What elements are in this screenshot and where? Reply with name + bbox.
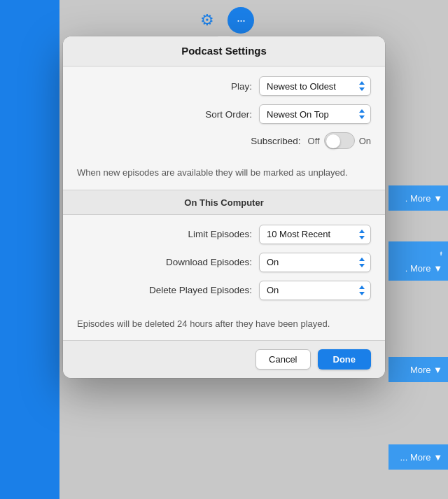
toggle-track: [324, 132, 355, 149]
sidebar-item-3-label: . More ▼: [405, 263, 442, 274]
delete-select[interactable]: On Off After 24 Hours: [259, 281, 371, 300]
subscribed-off-label: Off: [308, 136, 320, 146]
dialog-header: Podcast Settings: [63, 36, 385, 66]
section-play: Play: Newest to Oldest Oldest to Newest …: [63, 66, 385, 159]
subscribed-toggle[interactable]: [324, 132, 355, 149]
download-select[interactable]: On Off: [259, 253, 371, 272]
section-2-title: On This Computer: [184, 197, 263, 208]
limit-select[interactable]: 10 Most Recent 5 Most Recent 20 Most Rec…: [259, 225, 371, 244]
subscribed-toggle-group: Off On: [308, 132, 371, 149]
subscribed-on-label: On: [359, 136, 371, 146]
sidebar-item-3[interactable]: . More ▼: [388, 255, 448, 281]
subscribed-row: Subscribed: Off On: [77, 132, 371, 149]
sort-order-row: Sort Order: Newest On Top Oldest On Bott…: [77, 104, 371, 124]
gear-button[interactable]: ⚙: [194, 7, 220, 34]
subscribed-label: Subscribed:: [196, 136, 301, 146]
toggle-thumb: [326, 134, 340, 148]
play-label: Play:: [147, 81, 252, 92]
download-episodes-row: Download Episodes: On Off: [77, 253, 371, 272]
description-1: When new episodes are available they wil…: [63, 159, 385, 190]
more-options-button[interactable]: ···: [227, 7, 254, 34]
sidebar-item-1-label: . More ▼: [405, 193, 442, 204]
delete-label: Delete Played Episodes:: [147, 285, 252, 295]
dialog-footer: Cancel Done: [63, 340, 385, 378]
top-toolbar: ⚙ ···: [194, 7, 254, 34]
sidebar-item-5[interactable]: ... More ▼: [388, 444, 448, 470]
sidebar-item-5-label: ... More ▼: [400, 452, 442, 463]
play-select[interactable]: Newest to Oldest Oldest to Newest: [259, 76, 371, 96]
play-row: Play: Newest to Oldest Oldest to Newest: [77, 76, 371, 96]
sidebar-item-1[interactable]: . More ▼: [388, 185, 448, 211]
sort-label: Sort Order:: [147, 109, 252, 120]
sidebar-item-4[interactable]: More ▼: [388, 357, 448, 382]
sidebar-background: [0, 0, 59, 499]
section-computer: Limit Episodes: 10 Most Recent 5 Most Re…: [63, 215, 385, 310]
dialog-title: Podcast Settings: [181, 45, 267, 57]
download-label: Download Episodes:: [147, 257, 252, 267]
cancel-button[interactable]: Cancel: [255, 349, 310, 370]
delete-episodes-row: Delete Played Episodes: On Off After 24 …: [77, 281, 371, 300]
sort-select[interactable]: Newest On Top Oldest On Bottom: [259, 104, 371, 124]
limit-episodes-row: Limit Episodes: 10 Most Recent 5 Most Re…: [77, 225, 371, 244]
sidebar-item-4-label: More ▼: [410, 365, 442, 375]
done-button[interactable]: Done: [318, 349, 372, 370]
section-2-header: On This Computer: [63, 190, 385, 215]
description-2: Episodes will be deleted 24 hours after …: [63, 310, 385, 341]
limit-label: Limit Episodes:: [147, 229, 252, 239]
podcast-settings-dialog: Podcast Settings Play: Newest to Oldest …: [63, 36, 385, 378]
